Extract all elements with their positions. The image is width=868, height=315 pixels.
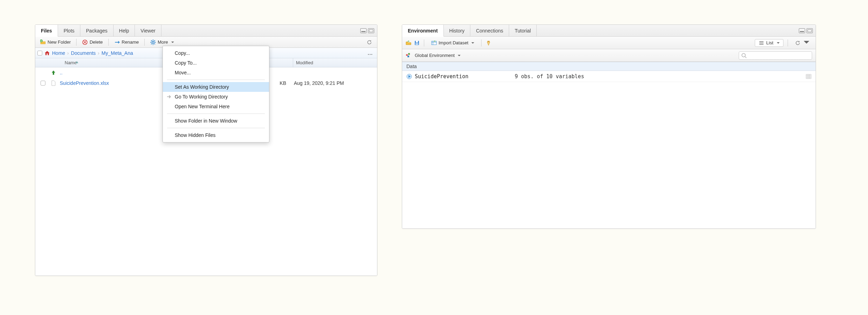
view-data-icon[interactable] [806, 74, 811, 79]
chevron-right-icon: › [67, 50, 69, 56]
data-section-header: Data [402, 62, 816, 71]
list-icon [759, 40, 764, 46]
refresh-environment-button[interactable] [792, 39, 812, 47]
caret-down-icon [804, 39, 809, 46]
rename-label: Rename [122, 39, 139, 45]
menu-separator [167, 128, 265, 128]
environment-tabs: Environment History Connections Tutorial [402, 25, 816, 37]
menu-item-copy-to[interactable]: Copy To... [163, 58, 269, 68]
rename-icon [114, 39, 120, 45]
maximize-pane-icon[interactable] [368, 28, 374, 33]
svg-rect-18 [432, 41, 436, 45]
svg-line-10 [151, 40, 152, 41]
column-header-modified[interactable]: Modified [293, 58, 377, 67]
menu-separator [167, 80, 265, 80]
more-button[interactable]: More [147, 39, 177, 46]
environment-toolbar: Import Dataset List [402, 37, 816, 49]
file-icon [51, 80, 56, 86]
svg-rect-17 [415, 43, 418, 45]
new-folder-button[interactable]: + New Folder [37, 39, 73, 46]
view-mode-label: List [766, 40, 773, 45]
expand-object-icon[interactable] [406, 74, 412, 79]
import-icon [431, 40, 437, 46]
refresh-button[interactable] [364, 39, 375, 46]
tab-history[interactable]: History [444, 25, 471, 36]
svg-point-28 [742, 53, 745, 57]
menu-item-copy[interactable]: Copy... [163, 48, 269, 58]
minimize-pane-icon[interactable] [360, 28, 367, 33]
data-object-name: SuicidePrevention [415, 73, 469, 80]
files-pane: Files Plots Packages Help Viewer + New F… [35, 24, 377, 276]
menu-item-go-to-working-directory[interactable]: Go To Working Directory [163, 92, 269, 102]
environment-scope-dropdown[interactable]: Global Environment [415, 52, 463, 59]
svg-rect-16 [416, 41, 418, 43]
save-workspace-icon[interactable] [414, 40, 420, 46]
caret-down-icon [458, 53, 461, 58]
breadcrumb-project[interactable]: My_Meta_Ana [102, 50, 133, 56]
load-workspace-icon[interactable] [406, 40, 411, 46]
files-tabs: Files Plots Packages Help Viewer [35, 25, 377, 37]
menu-item-show-folder-window[interactable]: Show Folder in New Window [163, 116, 269, 126]
search-icon [741, 53, 747, 58]
view-mode-toggle[interactable]: List [755, 39, 783, 47]
caret-down-icon [171, 39, 174, 45]
breadcrumb-documents[interactable]: Documents [71, 50, 96, 56]
maximize-pane-icon[interactable] [806, 28, 813, 33]
tab-packages[interactable]: Packages [80, 25, 113, 36]
go-arrow-icon [166, 94, 172, 100]
caret-down-icon [471, 40, 474, 45]
breadcrumb-ellipsis-button[interactable]: ... [366, 50, 375, 56]
minimize-pane-icon[interactable] [799, 28, 805, 33]
import-dataset-button[interactable]: Import Dataset [428, 39, 477, 46]
environment-scope-row: Global Environment [402, 49, 816, 62]
chevron-right-icon: › [98, 50, 100, 56]
tab-connections[interactable]: Connections [470, 25, 509, 36]
new-folder-label: New Folder [48, 39, 71, 45]
menu-item-show-hidden-files[interactable]: Show Hidden Files [163, 130, 269, 140]
tab-files[interactable]: Files [35, 25, 58, 37]
file-checkbox[interactable] [41, 81, 45, 86]
new-folder-icon: + [40, 39, 46, 45]
svg-text:+: + [41, 39, 42, 42]
menu-item-move[interactable]: Move... [163, 68, 269, 78]
svg-line-13 [151, 43, 152, 44]
breadcrumb-home[interactable]: Home [52, 50, 65, 56]
select-all-checkbox[interactable] [37, 51, 42, 56]
import-dataset-label: Import Dataset [439, 40, 468, 45]
environment-search[interactable] [739, 51, 812, 60]
delete-button[interactable]: Delete [79, 39, 106, 46]
svg-rect-14 [47, 53, 48, 55]
menu-separator [167, 113, 265, 114]
tab-viewer[interactable]: Viewer [135, 25, 161, 36]
environment-search-input[interactable] [749, 53, 810, 58]
delete-label: Delete [89, 39, 103, 45]
gear-icon [150, 39, 156, 45]
svg-line-29 [745, 57, 746, 58]
up-arrow-icon [51, 70, 56, 75]
home-icon[interactable] [44, 50, 50, 56]
svg-rect-26 [408, 53, 410, 55]
menu-item-open-terminal[interactable]: Open New Terminal Here [163, 102, 269, 111]
tab-plots[interactable]: Plots [58, 25, 80, 36]
delete-icon [82, 39, 88, 45]
environment-pane: Environment History Connections Tutorial… [402, 24, 816, 229]
tab-environment[interactable]: Environment [402, 25, 444, 37]
more-dropdown-menu: Copy... Copy To... Move... Set As Workin… [162, 46, 269, 142]
environment-empty-area [402, 82, 816, 228]
caret-down-icon [777, 40, 780, 45]
environment-scope-label: Global Environment [415, 53, 455, 58]
file-modified: Aug 19, 2020, 9:21 PM [290, 80, 374, 86]
svg-rect-31 [806, 74, 811, 79]
rename-button[interactable]: Rename [111, 39, 142, 46]
clear-workspace-icon[interactable] [486, 40, 491, 46]
data-object-desc: 9 obs. of 10 variables [515, 73, 806, 80]
tab-tutorial[interactable]: Tutorial [509, 25, 537, 36]
environment-scope-icon [406, 53, 411, 58]
svg-line-11 [154, 43, 155, 44]
data-object-row[interactable]: SuicidePrevention 9 obs. of 10 variables [402, 71, 816, 82]
menu-item-set-working-directory[interactable]: Set As Working Directory [163, 82, 269, 92]
more-label: More [158, 39, 168, 45]
svg-point-5 [152, 41, 154, 43]
tab-help[interactable]: Help [114, 25, 135, 36]
svg-rect-27 [407, 56, 409, 57]
